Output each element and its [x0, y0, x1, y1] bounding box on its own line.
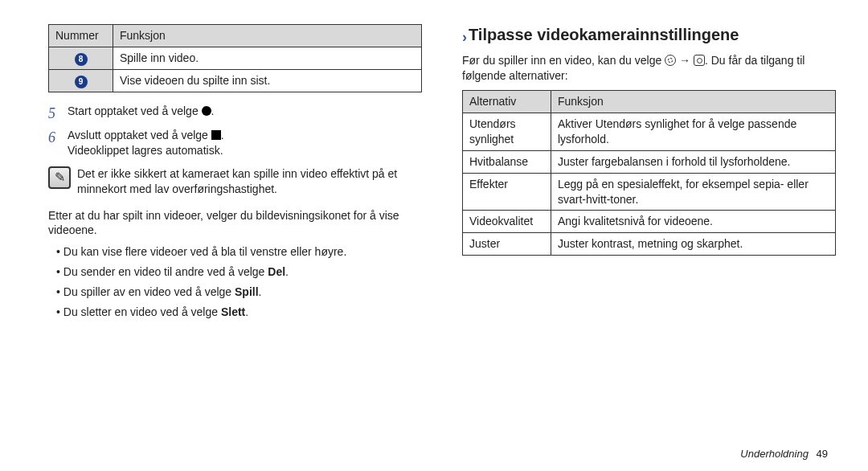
option-desc: Legg på en spesialeffekt, for eksempel s… — [551, 173, 836, 211]
page-footer: Underholdning 49 — [740, 447, 828, 461]
gear-icon — [665, 55, 676, 66]
number-badge-9-icon: 9 — [75, 76, 88, 88]
table-row: 8 Spille inn video. — [49, 47, 422, 69]
option-name: Hvitbalanse — [463, 150, 551, 173]
list-item: Du sender en video til andre ved å velge… — [56, 264, 422, 280]
option-desc: Aktiver Utendørs synlighet for å velge p… — [551, 113, 836, 150]
note-box: ✎ Det er ikke sikkert at kameraet kan sp… — [48, 166, 422, 197]
list-item: Du sletter en video ved å velge Slett. — [56, 305, 422, 320]
col-header-alternative: Alternativ — [463, 91, 551, 113]
step-6: 6 Avslutt opptaket ved å velge . Videokl… — [48, 128, 422, 158]
table-row: Juster Juster kontrast, metning og skarp… — [463, 233, 836, 256]
left-column: Nummer Funksjon 8 Spille inn video. 9 Vi… — [48, 24, 422, 455]
number-badge-8-icon: 8 — [75, 53, 88, 66]
function-cell: Vise videoen du spilte inn sist. — [113, 69, 422, 92]
step-5: 5 Start opptaket ved å velge . — [48, 104, 422, 123]
table-row: Utendørs synlighet Aktiver Utendørs synl… — [463, 113, 836, 150]
table-row: 9 Vise videoen du spilte inn sist. — [49, 69, 422, 92]
table-row: Hvitbalanse Juster fargebalansen i forho… — [463, 150, 836, 173]
section-heading: ›Tilpasse videokamerainnstillingene — [462, 24, 836, 47]
page-number: 49 — [817, 448, 828, 460]
option-desc: Juster fargebalansen i forhold til lysfo… — [551, 150, 836, 173]
right-column: ›Tilpasse videokamerainnstillingene Før … — [462, 24, 836, 455]
option-name: Juster — [463, 233, 551, 256]
col-header-function: Funksjon — [551, 91, 836, 113]
option-desc: Angi kvalitetsnivå for videoene. — [551, 211, 836, 233]
col-header-function: Funksjon — [113, 25, 422, 47]
step-body: Start opptaket ved å velge . — [68, 104, 422, 123]
list-item: Du kan vise flere videoer ved å bla til … — [56, 244, 422, 260]
after-note-paragraph: Etter at du har spilt inn videoer, velge… — [48, 208, 422, 239]
table-row: Videokvalitet Angi kvalitetsnivå for vid… — [463, 211, 836, 233]
col-header-number: Nummer — [49, 25, 113, 47]
option-name: Utendørs synlighet — [463, 113, 551, 150]
function-cell: Spille inn video. — [113, 47, 422, 69]
chevron-right-icon: › — [462, 27, 467, 47]
stop-icon — [211, 130, 221, 140]
option-name: Effekter — [463, 173, 551, 211]
table-row: Effekter Legg på en spesialeffekt, for e… — [463, 173, 836, 211]
step-number: 5 — [48, 104, 61, 123]
list-item: Du spiller av en video ved å velge Spill… — [56, 285, 422, 300]
bullet-list: Du kan vise flere videoer ved å bla til … — [56, 244, 422, 320]
note-icon: ✎ — [48, 166, 71, 189]
step-body: Avslutt opptaket ved å velge . Videoklip… — [68, 128, 422, 158]
record-icon — [202, 106, 211, 116]
option-desc: Juster kontrast, metning og skarphet. — [551, 233, 836, 256]
camera-icon — [694, 55, 705, 66]
note-text: Det er ikke sikkert at kameraet kan spil… — [77, 166, 422, 197]
function-number-table: Nummer Funksjon 8 Spille inn video. 9 Vi… — [48, 24, 422, 92]
intro-paragraph: Før du spiller inn en video, kan du velg… — [462, 53, 836, 84]
option-name: Videokvalitet — [463, 211, 551, 233]
options-table: Alternativ Funksjon Utendørs synlighet A… — [462, 90, 836, 256]
step-number: 6 — [48, 128, 61, 158]
section-name: Underholdning — [740, 448, 809, 460]
